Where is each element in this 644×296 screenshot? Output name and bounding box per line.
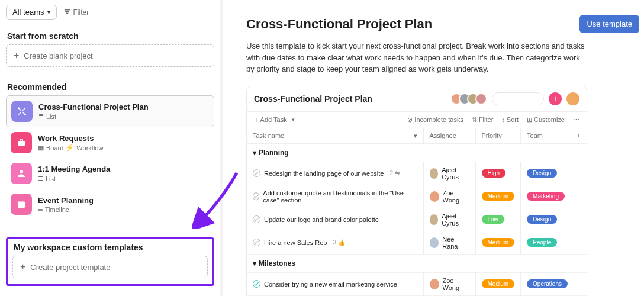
priority-tag[interactable]: Low bbox=[482, 215, 504, 224]
col-assignee[interactable]: Assignee bbox=[423, 128, 475, 143]
view-icon: ═ bbox=[38, 206, 43, 213]
view-icon: ▦ bbox=[38, 144, 44, 152]
filter-button[interactable]: ⇅Filter bbox=[472, 116, 493, 124]
current-user-avatar[interactable] bbox=[566, 92, 579, 105]
svg-rect-2 bbox=[18, 141, 25, 146]
create-project-template[interactable]: + Create project template bbox=[12, 256, 208, 278]
filter-button[interactable]: Filter bbox=[64, 8, 89, 17]
task-row[interactable]: Add customer quote and testimonials in t… bbox=[247, 185, 587, 208]
view-icon: ≣ bbox=[38, 112, 44, 120]
plus-icon: + bbox=[20, 262, 25, 272]
template-name: Event Planning bbox=[38, 196, 94, 205]
incomplete-tasks[interactable]: ⊘Incomplete tasks bbox=[407, 116, 463, 124]
task-row[interactable]: Update our logo and brand color palette … bbox=[247, 208, 587, 231]
task-extras: 3 👍 bbox=[333, 239, 344, 246]
col-task[interactable]: Task name ▾ bbox=[247, 128, 423, 143]
priority-tag[interactable]: High bbox=[482, 169, 506, 178]
recommended-item[interactable]: Work Requests ▦Board ⚡Workflow bbox=[6, 127, 214, 158]
use-template-button[interactable]: Use template bbox=[579, 15, 639, 33]
calendar-icon bbox=[11, 194, 32, 215]
team-tag[interactable]: Marketing bbox=[527, 192, 565, 201]
people-icon bbox=[11, 163, 32, 184]
complete-toggle[interactable] bbox=[253, 169, 260, 177]
create-blank-label: Create blank project bbox=[24, 52, 92, 60]
custom-templates-title: My workspace custom templates bbox=[14, 243, 208, 252]
start-from-scratch-title: Start from scratch bbox=[7, 31, 214, 41]
task-name: Redesign the landing page of our website bbox=[264, 170, 384, 177]
add-task-button[interactable]: +Add Task bbox=[254, 115, 287, 124]
task-name: Add customer quote and testimonials in t… bbox=[263, 189, 417, 204]
more-icon[interactable]: ⋯ bbox=[573, 116, 579, 124]
svg-rect-5 bbox=[18, 202, 25, 204]
team-tag[interactable]: People bbox=[527, 238, 557, 247]
team-tag[interactable]: Design bbox=[527, 215, 557, 224]
chevron-down-icon[interactable]: ▾ bbox=[292, 117, 295, 123]
assignee-name: Zoe Wong bbox=[443, 277, 469, 291]
priority-tag[interactable]: Medium bbox=[482, 279, 515, 288]
view-label: Board bbox=[46, 144, 63, 152]
right-panel: Cross-Functional Project Plan Use templa… bbox=[223, 0, 644, 296]
template-name: Work Requests bbox=[38, 134, 103, 143]
create-blank-project[interactable]: + Create blank project bbox=[6, 44, 214, 67]
briefcase-icon bbox=[11, 132, 32, 153]
assignee-name: Ajeet Cyrus bbox=[442, 213, 469, 227]
search-input[interactable] bbox=[492, 92, 544, 105]
recommended-item[interactable]: Cross-Functional Project Plan ≣List bbox=[6, 95, 214, 127]
view-icon: ≣ bbox=[38, 175, 43, 182]
plus-icon: + bbox=[14, 51, 19, 60]
teams-dropdown[interactable]: All teams ▾ bbox=[6, 5, 57, 20]
task-row[interactable]: Consider trying a new email marketing se… bbox=[247, 272, 587, 295]
view-label: List bbox=[46, 113, 56, 120]
customize-button[interactable]: ⊞Customize bbox=[527, 116, 565, 124]
filter-label: Filter bbox=[73, 8, 89, 17]
section-header[interactable]: ▾Planning bbox=[247, 143, 587, 162]
annotation-arrow bbox=[192, 170, 240, 231]
priority-tag[interactable]: Medium bbox=[482, 192, 515, 201]
task-row[interactable]: Hire a new Sales Rep3 👍 Neel Rana Medium… bbox=[247, 231, 587, 254]
check-icon: ⊘ bbox=[407, 116, 413, 124]
filter-icon bbox=[64, 8, 70, 17]
complete-toggle[interactable] bbox=[253, 280, 260, 288]
complete-toggle[interactable] bbox=[253, 239, 260, 246]
template-description: Use this template to kick start your nex… bbox=[246, 40, 590, 75]
left-panel: All teams ▾ Filter Start from scratch + … bbox=[0, 0, 223, 296]
complete-toggle[interactable] bbox=[253, 215, 260, 223]
chevron-down-icon: ▾ bbox=[47, 9, 50, 15]
task-row[interactable]: Redesign the landing page of our website… bbox=[247, 162, 587, 185]
task-name: Update our logo and brand color palette bbox=[264, 216, 379, 223]
priority-tag[interactable]: Medium bbox=[482, 238, 515, 247]
chevron-down-icon: ▾ bbox=[414, 132, 417, 140]
avatar bbox=[430, 214, 439, 225]
assignee-name: Ajeet Cyrus bbox=[442, 166, 469, 181]
template-preview-card: Cross-Functional Project Plan + +Add Tas… bbox=[246, 86, 587, 297]
add-column-icon[interactable]: + bbox=[577, 132, 581, 139]
task-extras: 2 ⇆ bbox=[389, 170, 399, 176]
avatar bbox=[430, 237, 439, 248]
chevron-down-icon: ▾ bbox=[253, 259, 256, 268]
svg-point-0 bbox=[18, 107, 20, 109]
col-priority[interactable]: Priority bbox=[475, 128, 521, 143]
template-name: Cross-Functional Project Plan bbox=[38, 102, 149, 111]
workflow-label: Workflow bbox=[76, 144, 103, 152]
add-member-button[interactable]: + bbox=[549, 92, 562, 105]
sort-button[interactable]: ↕Sort bbox=[501, 116, 519, 123]
team-tag[interactable]: Operations bbox=[527, 279, 568, 288]
card-title: Cross-Functional Project Plan bbox=[254, 94, 372, 104]
section-header[interactable]: ▾Milestones bbox=[247, 254, 587, 272]
template-name: 1:1 Meeting Agenda bbox=[38, 165, 110, 173]
member-avatars[interactable] bbox=[454, 93, 487, 105]
tasks-table: Task name ▾ Assignee Priority Team+ ▾Pla… bbox=[247, 128, 587, 297]
task-name: Hire a new Sales Rep bbox=[264, 239, 327, 246]
recommended-item[interactable]: Event Planning ═Timeline bbox=[6, 189, 214, 220]
avatar bbox=[430, 279, 439, 289]
complete-toggle[interactable] bbox=[253, 192, 259, 200]
recommended-title: Recommended bbox=[7, 82, 214, 92]
grid-icon: ⊞ bbox=[527, 116, 532, 124]
recommended-item[interactable]: 1:1 Meeting Agenda ≣List bbox=[6, 158, 214, 189]
team-tag[interactable]: Design bbox=[527, 169, 557, 178]
col-team[interactable]: Team+ bbox=[521, 128, 587, 143]
chevron-down-icon: ▾ bbox=[253, 149, 256, 157]
create-template-label: Create project template bbox=[30, 263, 110, 272]
svg-point-3 bbox=[20, 170, 23, 173]
custom-templates-highlight: My workspace custom templates + Create p… bbox=[6, 237, 214, 286]
